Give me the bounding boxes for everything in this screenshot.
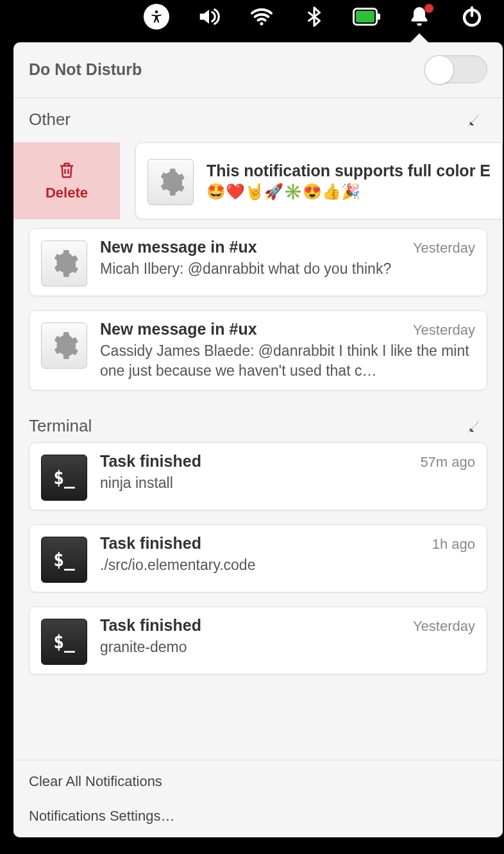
notification-title: Task finished	[100, 452, 201, 471]
wifi-icon[interactable]	[248, 3, 276, 31]
clear-section-button[interactable]	[464, 110, 483, 130]
delete-label: Delete	[46, 185, 88, 201]
notifications-settings-button[interactable]: Notifications Settings…	[13, 799, 503, 833]
popover-arrow	[409, 33, 430, 44]
clear-section-button[interactable]	[464, 417, 483, 436]
notification-card[interactable]: New message in #ux Yesterday Micah Ilber…	[29, 228, 487, 296]
svg-rect-4	[378, 13, 380, 20]
notification-title: Task finished	[100, 534, 201, 553]
notification-time: 1h ago	[432, 536, 475, 553]
notification-time: 57m ago	[420, 454, 475, 471]
popover-footer: Clear All Notifications Notifications Se…	[13, 760, 503, 837]
dnd-label: Do Not Disturb	[29, 60, 142, 79]
notification-body: granite-demo	[100, 637, 475, 657]
notifications-scroll[interactable]: Other Delete This notification supports …	[13, 98, 503, 760]
notification-swipe-row[interactable]: Delete This notification supports full c…	[13, 142, 503, 219]
section-header-terminal: Terminal	[13, 405, 503, 442]
notification-time: Yesterday	[413, 322, 475, 339]
bluetooth-icon[interactable]	[300, 3, 328, 31]
volume-icon[interactable]	[195, 3, 223, 31]
notification-card[interactable]: New message in #ux Yesterday Cassidy Jam…	[29, 310, 487, 390]
notification-body: 🤩❤️🤘🚀✳️😍👍🎉	[206, 183, 491, 201]
notification-title: Task finished	[100, 616, 201, 635]
section-title: Terminal	[29, 416, 92, 436]
dnd-row: Do Not Disturb	[13, 42, 503, 98]
notification-badge	[424, 4, 433, 13]
terminal-icon: $_	[41, 619, 87, 665]
dnd-toggle[interactable]	[424, 55, 487, 83]
accessibility-icon[interactable]	[142, 3, 171, 31]
notification-card[interactable]: $_ Task finished Yesterday granite-demo	[29, 607, 487, 674]
gear-icon	[41, 240, 87, 287]
notification-body: Cassidy James Blaede: @danrabbit I think…	[100, 341, 475, 381]
power-icon[interactable]	[458, 3, 486, 31]
notification-body: ./src/io.elementary.code	[100, 555, 475, 575]
svg-point-1	[260, 22, 263, 26]
notification-card[interactable]: $_ Task finished 57m ago ninja install	[29, 442, 487, 510]
battery-icon[interactable]	[353, 3, 381, 31]
notification-time: Yesterday	[413, 618, 475, 635]
notifications-popover: Do Not Disturb Other Delete	[13, 42, 503, 837]
gear-icon	[147, 159, 194, 205]
notification-title: New message in #ux	[100, 320, 257, 339]
svg-rect-3	[356, 11, 374, 22]
notification-time: Yesterday	[413, 240, 475, 256]
section-title: Other	[29, 110, 71, 130]
terminal-icon: $_	[41, 537, 87, 583]
notification-card[interactable]: This notification supports full color E …	[135, 142, 503, 219]
gear-icon	[41, 322, 87, 369]
terminal-icon: $_	[41, 455, 87, 501]
clear-all-button[interactable]: Clear All Notifications	[13, 764, 503, 799]
notification-title: This notification supports full color E	[206, 162, 491, 180]
system-topbar	[0, 0, 504, 33]
notification-title: New message in #ux	[100, 238, 257, 256]
svg-point-0	[155, 10, 158, 13]
notification-body: ninja install	[100, 473, 475, 493]
delete-action[interactable]: Delete	[13, 142, 120, 219]
notification-body: Micah Ilbery: @danrabbit what do you thi…	[100, 259, 475, 279]
notification-card[interactable]: $_ Task finished 1h ago ./src/io.element…	[29, 524, 487, 592]
section-header-other: Other	[13, 98, 503, 136]
notifications-icon[interactable]	[405, 3, 433, 31]
